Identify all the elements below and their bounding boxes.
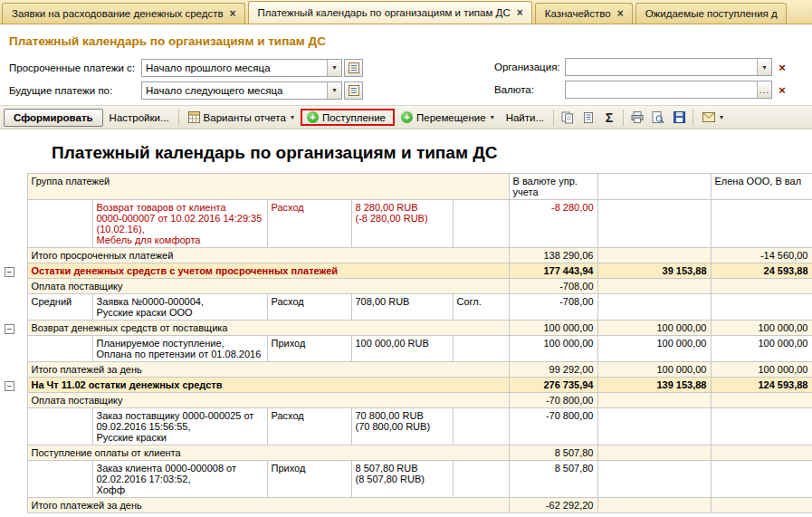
- cell[interactable]: [453, 461, 509, 498]
- tab-close-icon[interactable]: ×: [230, 8, 236, 19]
- cell[interactable]: [711, 445, 812, 461]
- cell[interactable]: [711, 279, 812, 294]
- chevron-down-icon[interactable]: ▾: [757, 59, 771, 75]
- priority-cell[interactable]: Средний: [27, 294, 92, 321]
- row-label-cell[interactable]: Итого платежей за день: [27, 498, 509, 513]
- amount-cell[interactable]: -70 800,00: [509, 393, 597, 408]
- future-to-combo[interactable]: Начало следующего месяца ▾: [141, 81, 342, 100]
- overdue-from-combo[interactable]: Начало прошлого месяца ▾: [141, 59, 342, 77]
- column-header-mid[interactable]: [597, 174, 711, 200]
- amount-cell[interactable]: 708,00 RUB: [351, 294, 453, 321]
- copy-settings-button[interactable]: [558, 108, 578, 127]
- document-cell[interactable]: Планируемое поступление, Оплана по прете…: [92, 336, 267, 362]
- choose-button[interactable]: ...: [757, 81, 771, 98]
- cell[interactable]: [27, 461, 92, 498]
- document-cell[interactable]: Заказ клиента 0000-000008 от 02.02.2016 …: [92, 461, 267, 498]
- tab-close-icon[interactable]: ×: [617, 8, 624, 19]
- tree-collapse-icon[interactable]: −: [5, 381, 14, 391]
- flow-type-cell[interactable]: Расход: [267, 294, 351, 321]
- cell[interactable]: [597, 498, 711, 513]
- amount-cell[interactable]: 100 000,00: [509, 321, 597, 336]
- currency-clear-button[interactable]: ×: [775, 83, 789, 97]
- generate-button[interactable]: Сформировать: [4, 109, 103, 127]
- transfer-button[interactable]: + Перемещение ▾: [396, 109, 500, 126]
- cell[interactable]: [711, 294, 812, 321]
- cell[interactable]: [711, 408, 812, 445]
- paste-settings-button[interactable]: [578, 108, 598, 127]
- amount-cell[interactable]: 100 000,00: [597, 321, 711, 336]
- document-cell[interactable]: Возврат товаров от клиента 0000-000007 о…: [92, 200, 267, 248]
- settings-button[interactable]: Настройки...: [104, 110, 175, 126]
- row-label-cell[interactable]: Оплата поставщику: [27, 393, 509, 408]
- row-label-cell[interactable]: Итого просроченных платежей: [27, 248, 509, 263]
- document-cell[interactable]: Заявка №0000-000004, Русские краски ООО: [92, 294, 267, 321]
- cell[interactable]: [597, 200, 711, 248]
- amount-cell[interactable]: 100 000,00: [711, 362, 812, 378]
- cell[interactable]: [597, 393, 711, 408]
- save-button[interactable]: [669, 108, 689, 127]
- amount-cell[interactable]: -708,00: [509, 279, 597, 294]
- amount-cell[interactable]: 100 000,00: [509, 336, 597, 362]
- row-label-cell[interactable]: На Чт 11.02 остатки денежных средств: [27, 378, 509, 393]
- amount-cell[interactable]: 39 153,88: [597, 263, 711, 279]
- amount-cell[interactable]: 8 507,80: [509, 445, 597, 461]
- amount-cell[interactable]: 99 292,00: [509, 362, 597, 378]
- preview-button[interactable]: [648, 108, 668, 127]
- cell[interactable]: [597, 445, 711, 461]
- cell[interactable]: [597, 294, 711, 321]
- row-label-cell[interactable]: Оплата поставщику: [27, 279, 509, 294]
- organization-combo[interactable]: ▾: [565, 58, 772, 76]
- cell[interactable]: [711, 461, 812, 498]
- cell[interactable]: [711, 200, 812, 248]
- cell[interactable]: [453, 200, 509, 248]
- row-label-cell[interactable]: Возврат денежных средств от поставщика: [27, 321, 509, 336]
- amount-cell[interactable]: 100 000,00: [711, 321, 812, 336]
- amount-cell[interactable]: 8 507,80 RUB (8 507,80 RUB): [351, 461, 453, 498]
- amount-cell[interactable]: 100 000,00: [597, 362, 711, 378]
- status-cell[interactable]: Согл.: [453, 294, 509, 321]
- find-button[interactable]: Найти...: [501, 110, 549, 126]
- tab-close-icon[interactable]: ×: [517, 7, 523, 18]
- cell[interactable]: [597, 279, 711, 294]
- cell[interactable]: [27, 336, 92, 362]
- currency-field[interactable]: ...: [565, 81, 772, 99]
- amount-cell[interactable]: 70 800,00 RUB (70 800,00 RUB): [351, 408, 453, 445]
- sum-button[interactable]: Σ: [599, 108, 619, 127]
- amount-cell[interactable]: -70 800,00: [509, 408, 597, 445]
- overdue-from-pick-button[interactable]: [344, 59, 363, 77]
- report-variants-button[interactable]: Варианты отчета ▾: [183, 109, 300, 126]
- column-header-group[interactable]: Группа платежей: [27, 174, 509, 200]
- organization-clear-button[interactable]: ×: [775, 61, 789, 74]
- amount-cell[interactable]: -8 280,00: [509, 200, 597, 248]
- amount-cell[interactable]: 124 593,88: [711, 378, 812, 393]
- amount-cell[interactable]: 276 735,94: [509, 378, 597, 393]
- print-button[interactable]: [627, 108, 647, 127]
- amount-cell[interactable]: -708,00: [509, 294, 597, 321]
- amount-cell[interactable]: 138 290,06: [509, 248, 597, 263]
- column-header-mgmt-currency[interactable]: В валюте упр. учета: [509, 174, 597, 200]
- amount-cell[interactable]: 139 153,88: [597, 378, 711, 393]
- send-mail-button[interactable]: ▾: [697, 110, 729, 125]
- cell[interactable]: [453, 336, 509, 362]
- chevron-down-icon[interactable]: ▾: [327, 82, 341, 99]
- row-label-cell[interactable]: Итого платежей за день: [27, 362, 509, 378]
- tab-treasury[interactable]: Казначейство ×: [535, 3, 633, 24]
- amount-cell[interactable]: 8 507,80: [509, 461, 597, 498]
- cell[interactable]: [711, 393, 812, 408]
- amount-cell[interactable]: 100 000,00: [597, 336, 711, 362]
- flow-type-cell[interactable]: Приход: [267, 336, 351, 362]
- amount-cell[interactable]: 24 593,88: [711, 263, 812, 279]
- document-cell[interactable]: Заказ поставщику 0000-000025 от 09.02.20…: [92, 408, 267, 445]
- amount-cell[interactable]: 8 280,00 RUB (-8 280,00 RUB): [351, 200, 453, 248]
- row-label-cell[interactable]: Поступление оплаты от клиента: [27, 445, 509, 461]
- flow-type-cell[interactable]: Расход: [267, 200, 351, 248]
- amount-cell[interactable]: 100 000,00 RUB: [351, 336, 453, 362]
- amount-cell[interactable]: 100 000,00: [711, 336, 812, 362]
- receipt-button[interactable]: + Поступление: [301, 109, 395, 126]
- amount-cell[interactable]: 177 443,94: [509, 263, 597, 279]
- cell[interactable]: [597, 248, 711, 263]
- tree-collapse-icon[interactable]: −: [5, 267, 14, 277]
- cell[interactable]: [597, 408, 711, 445]
- flow-type-cell[interactable]: Расход: [267, 408, 351, 445]
- cell[interactable]: [453, 408, 509, 445]
